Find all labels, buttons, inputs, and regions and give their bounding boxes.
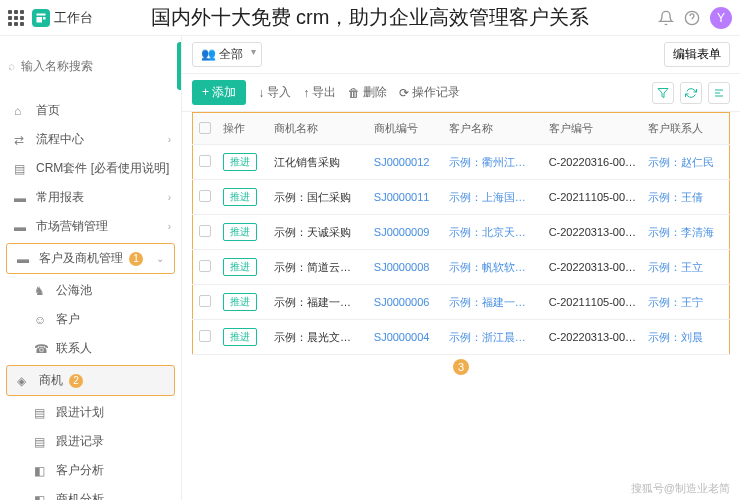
chart-icon: ◧ xyxy=(34,464,48,478)
sidebar-item-label: 跟进记录 xyxy=(56,433,104,450)
sidebar-item-opp-analysis[interactable]: ◧商机分析 xyxy=(0,485,181,500)
cell-contact[interactable]: 示例：王宁 xyxy=(642,285,729,320)
search-icon: ⌕ xyxy=(8,59,15,73)
cell-cust[interactable]: 示例：衢州江化集团 xyxy=(443,145,543,180)
add-button[interactable]: + 添加 xyxy=(192,80,246,105)
push-button[interactable]: 推进 xyxy=(223,223,257,241)
row-checkbox[interactable] xyxy=(199,190,211,202)
cell-cust[interactable]: 示例：福建一高集团 xyxy=(443,285,543,320)
workspace-label[interactable]: 工作台 xyxy=(54,9,93,27)
user-icon: ☺ xyxy=(34,313,48,327)
row-checkbox[interactable] xyxy=(199,225,211,237)
sidebar-item-follow-plan[interactable]: ▤跟进计划 xyxy=(0,398,181,427)
cell-code[interactable]: SJ0000004 xyxy=(368,320,443,355)
cell-name: 示例：福建一高3月订单 xyxy=(268,285,368,320)
table-row[interactable]: 推进 江化销售采购 SJ0000012 示例：衢州江化集团 C-20220316… xyxy=(193,145,730,180)
avatar[interactable]: Y xyxy=(710,7,732,29)
cell-cust-code: C-20220313-0000002 xyxy=(543,215,643,250)
annotation-1: 1 xyxy=(129,252,143,266)
sidebar-item-customer[interactable]: ☺客户 xyxy=(0,305,181,334)
table-row[interactable]: 推进 示例：福建一高3月订单 SJ0000006 示例：福建一高集团 C-202… xyxy=(193,285,730,320)
log-button[interactable]: ⟳ 操作记录 xyxy=(399,84,460,101)
sidebar-item-opportunity[interactable]: ◈商机2 xyxy=(6,365,175,396)
table-row[interactable]: 推进 示例：国仁采购 SJ0000011 示例：上海国仁有限... C-2021… xyxy=(193,180,730,215)
cell-code[interactable]: SJ0000012 xyxy=(368,145,443,180)
apps-grid-icon[interactable] xyxy=(8,10,24,26)
sidebar-item-label: 客户及商机管理 xyxy=(39,250,123,267)
push-button[interactable]: 推进 xyxy=(223,293,257,311)
settings-button[interactable] xyxy=(708,82,730,104)
filter-button[interactable] xyxy=(652,82,674,104)
watermark: 搜狐号@制造业老简 xyxy=(631,481,730,496)
cell-cust[interactable]: 示例：帆软软件有限公司 xyxy=(443,250,543,285)
cell-code[interactable]: SJ0000011 xyxy=(368,180,443,215)
row-checkbox[interactable] xyxy=(199,295,211,307)
cell-cust[interactable]: 示例：浙江晨光文具... xyxy=(443,320,543,355)
cell-contact[interactable]: 示例：王立 xyxy=(642,250,729,285)
cell-name: 示例：天诚采购 xyxy=(268,215,368,250)
sidebar-item-label: 客户 xyxy=(56,311,80,328)
annotation-2: 2 xyxy=(69,374,83,388)
edit-form-button[interactable]: 编辑表单 xyxy=(664,42,730,67)
folder-icon: ▬ xyxy=(17,252,31,266)
record-icon: ▤ xyxy=(34,435,48,449)
flow-icon: ⇄ xyxy=(14,133,28,147)
view-label: 全部 xyxy=(219,47,243,61)
sidebar-item-crm[interactable]: ▤CRM套件 [必看使用说明] xyxy=(0,154,181,183)
sidebar-item-label: 市场营销管理 xyxy=(36,218,108,235)
push-button[interactable]: 推进 xyxy=(223,153,257,171)
col-cust-code: 客户编号 xyxy=(543,113,643,145)
sidebar-item-marketing[interactable]: ▬市场营销管理› xyxy=(0,212,181,241)
chevron-down-icon: ⌄ xyxy=(156,253,164,264)
sidebar-item-label: 首页 xyxy=(36,102,60,119)
push-button[interactable]: 推进 xyxy=(223,258,257,276)
select-all-checkbox[interactable] xyxy=(199,122,211,134)
row-checkbox[interactable] xyxy=(199,260,211,272)
sidebar-item-label: 公海池 xyxy=(56,282,92,299)
sidebar-item-contact[interactable]: ☎联系人 xyxy=(0,334,181,363)
cell-code[interactable]: SJ0000008 xyxy=(368,250,443,285)
cell-contact[interactable]: 示例：刘晨 xyxy=(642,320,729,355)
sidebar-item-label: 跟进计划 xyxy=(56,404,104,421)
sidebar: ⌕ + 新建 ⌂首页 ⇄流程中心› ▤CRM套件 [必看使用说明] ▬常用报表›… xyxy=(0,36,182,500)
sidebar-item-label: 联系人 xyxy=(56,340,92,357)
row-checkbox[interactable] xyxy=(199,155,211,167)
cell-contact[interactable]: 示例：李清海 xyxy=(642,215,729,250)
push-button[interactable]: 推进 xyxy=(223,188,257,206)
cell-code[interactable]: SJ0000009 xyxy=(368,215,443,250)
cell-contact[interactable]: 示例：赵仁民 xyxy=(642,145,729,180)
cell-code[interactable]: SJ0000006 xyxy=(368,285,443,320)
import-button[interactable]: ↓ 导入 xyxy=(258,84,291,101)
table-row[interactable]: 推进 示例：天诚采购 SJ0000009 示例：北京天诚软件... C-2022… xyxy=(193,215,730,250)
help-icon[interactable] xyxy=(684,10,700,26)
table-row[interactable]: 推进 示例：晨光文具设备... SJ0000004 示例：浙江晨光文具... C… xyxy=(193,320,730,355)
sidebar-item-follow-record[interactable]: ▤跟进记录 xyxy=(0,427,181,456)
contact-icon: ☎ xyxy=(34,342,48,356)
notification-icon[interactable] xyxy=(658,10,674,26)
view-selector[interactable]: 👥 全部 xyxy=(192,42,262,67)
sidebar-item-report[interactable]: ▬常用报表› xyxy=(0,183,181,212)
sidebar-item-label: CRM套件 [必看使用说明] xyxy=(36,160,169,177)
refresh-button[interactable] xyxy=(680,82,702,104)
sidebar-item-label: 客户分析 xyxy=(56,462,104,479)
delete-button[interactable]: 🗑 删除 xyxy=(348,84,387,101)
cell-cust[interactable]: 示例：北京天诚软件... xyxy=(443,215,543,250)
search-input[interactable] xyxy=(21,59,171,73)
push-button[interactable]: 推进 xyxy=(223,328,257,346)
data-table: 操作 商机名称 商机编号 客户名称 客户编号 客户联系人 推进 江化销售采购 S… xyxy=(192,112,730,355)
export-button[interactable]: ↑ 导出 xyxy=(303,84,336,101)
overlay-title: 国内外十大免费 crm，助力企业高效管理客户关系 xyxy=(151,4,590,31)
sidebar-item-home[interactable]: ⌂首页 xyxy=(0,96,181,125)
sidebar-item-label: 流程中心 xyxy=(36,131,84,148)
sidebar-item-pool[interactable]: ♞公海池 xyxy=(0,276,181,305)
cell-cust-code: C-20220313-0000003 xyxy=(543,250,643,285)
cell-contact[interactable]: 示例：王倩 xyxy=(642,180,729,215)
sidebar-item-customer-mgmt[interactable]: ▬客户及商机管理1⌄ xyxy=(6,243,175,274)
sidebar-item-process[interactable]: ⇄流程中心› xyxy=(0,125,181,154)
col-contact: 客户联系人 xyxy=(642,113,729,145)
cell-cust[interactable]: 示例：上海国仁有限... xyxy=(443,180,543,215)
chevron-right-icon: › xyxy=(168,221,171,232)
sidebar-item-cust-analysis[interactable]: ◧客户分析 xyxy=(0,456,181,485)
table-row[interactable]: 推进 示例：简道云采购 SJ0000008 示例：帆软软件有限公司 C-2022… xyxy=(193,250,730,285)
row-checkbox[interactable] xyxy=(199,330,211,342)
